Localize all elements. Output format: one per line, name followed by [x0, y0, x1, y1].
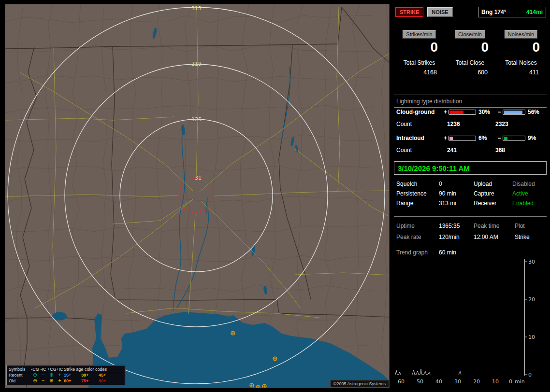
legend-col-pos-cg: +CG [47, 366, 56, 372]
legend-col-neg-cg: -CG [31, 366, 39, 372]
status-row: Squelch 0 Upload Disabled [396, 179, 546, 189]
datetime-display: 3/10/2026 9:50:11 AM [394, 161, 547, 175]
plot-value: Strike [515, 234, 546, 240]
persistence-label: Persistence [396, 190, 439, 197]
peak-time-label: Peak time [474, 223, 515, 229]
trend-x-tick-labels: 60 50 40 30 20 10 0 min [398, 378, 525, 385]
mode-bar: STRIKE NOISE Bng 174° 414mi [395, 7, 546, 17]
cg-negative-count: 2323 [495, 121, 546, 127]
ring-label: 313 [191, 5, 202, 12]
trend-window-value: 60 min [439, 249, 546, 256]
uptime-label: Uptime [396, 223, 439, 229]
rates-section: Strikes/min 0 Total Strikes 4168 Close/m… [394, 30, 547, 76]
cg-positive-fill [449, 111, 463, 114]
ic-count-row: Count 241 368 [396, 147, 546, 154]
total-close-value: 600 [445, 69, 495, 76]
ic-negative-count: 368 [495, 147, 546, 154]
cg-negative-bar [503, 110, 525, 115]
map-legend: Symbols -CG -IC +CG +IC Strike age color… [6, 365, 125, 385]
neg-ic-recent-icon: − [39, 373, 47, 378]
legend-old-row: Old ⊖ − ⊕ + 60+ 75+ 90+ [9, 378, 123, 384]
trend-waveform [395, 369, 461, 375]
strikes-per-min-value: 0 [394, 40, 445, 55]
noises-per-min-column: Noises/min 0 Total Noises 411 [495, 30, 547, 76]
ring-label: 125 [191, 116, 202, 123]
legend-recent-label: Recent [9, 372, 31, 378]
peak-rate-value: 120/min [439, 234, 474, 240]
cg-negative-pct: 56% [525, 109, 546, 115]
capture-label: Capture [474, 190, 512, 197]
strikes-per-min-column: Strikes/min 0 Total Strikes 4168 [394, 30, 445, 76]
copyright-notice: ©2005 Astrogenic Systems [330, 380, 389, 388]
legend-symbols-title: Symbols [9, 366, 31, 372]
cg-positive-bar [449, 110, 476, 115]
trend-y-tick-label: 30 [528, 259, 535, 265]
stats-row: Uptime 1365:35 Peak time Plot [396, 221, 546, 231]
noises-per-min-button[interactable]: Noises/min [505, 30, 537, 39]
legend-col-neg-ic: -IC [39, 366, 47, 372]
bearing-label: Bng 174° [481, 9, 506, 15]
neg-cg-recent-icon: ⊖ [31, 373, 39, 378]
status-row: Range 313 mi Receiver Enabled [396, 198, 546, 208]
bearing-distance: 414mi [526, 9, 543, 15]
ic-positive-count: 241 [447, 147, 495, 154]
upload-label: Upload [474, 181, 512, 187]
ic-positive-pct: 6% [476, 135, 496, 141]
count-label: Count [396, 121, 447, 127]
control-panel: STRIKE NOISE Bng 174° 414mi Strikes/min … [394, 4, 547, 389]
trend-x-tick-label: 20 [473, 378, 480, 385]
total-close-label: Total Close [445, 59, 495, 66]
trend-x-unit-label: min [515, 378, 525, 385]
age-code: 15+ [64, 372, 81, 378]
strikes-per-min-button[interactable]: Strikes/min [403, 30, 435, 39]
total-noises-value: 411 [495, 69, 547, 76]
strike-map[interactable]: 313 219 125 31 Symbols -CG -IC +CG +IC S… [5, 4, 390, 388]
trend-x-tick-label: 0 [509, 378, 512, 385]
age-code: 90+ [99, 378, 116, 384]
cg-count-row: Count 1236 2323 [396, 121, 546, 127]
trend-graph: 30 20 10 0 60 50 40 30 20 10 0 min [394, 256, 547, 389]
minus-sign: − [496, 135, 503, 141]
total-noises-label: Total Noises [495, 59, 547, 66]
legend-old-label: Old [9, 378, 31, 384]
stats-row: Peak rate 120/min 12:00 AM Strike [396, 232, 546, 242]
cloud-ground-row: Cloud-ground + 30% − 56% [396, 109, 546, 115]
close-per-min-button[interactable]: Close/min [455, 30, 485, 39]
separator [394, 95, 547, 95]
noise-mode-button[interactable]: NOISE [427, 7, 452, 17]
trend-x-tick-label: 30 [454, 378, 461, 385]
ic-positive-fill [449, 137, 453, 140]
strike-mode-button[interactable]: STRIKE [395, 7, 423, 17]
plus-sign: + [442, 109, 449, 115]
legend-header-row: Symbols -CG -IC +CG +IC Strike age color… [9, 366, 123, 372]
plot-label: Plot [515, 223, 546, 229]
capture-value: Active [512, 190, 546, 197]
pos-ic-old-icon: + [56, 378, 64, 383]
upload-value: Disabled [512, 181, 546, 187]
total-strikes-value: 4168 [394, 69, 445, 76]
neg-cg-old-icon: ⊖ [31, 378, 39, 383]
app-window: 313 219 125 31 Symbols -CG -IC +CG +IC S… [0, 0, 550, 392]
trend-x-tick-label: 50 [417, 378, 423, 385]
plus-sign: + [442, 135, 449, 141]
ring-label: 219 [191, 61, 202, 67]
receiver-label: Receiver [474, 200, 512, 207]
close-per-min-column: Close/min 0 Total Close 600 [445, 30, 495, 76]
trend-x-tick-label: 60 [398, 378, 405, 385]
neg-ic-old-icon: − [39, 378, 47, 383]
cloud-ground-label: Cloud-ground [396, 109, 442, 115]
squelch-value: 0 [439, 181, 474, 187]
intracloud-label: Intracloud [396, 135, 442, 141]
age-code: 60+ [64, 378, 81, 384]
noises-per-min-value: 0 [495, 40, 547, 55]
intracloud-row: Intracloud + 6% − 9% [396, 135, 546, 141]
trend-x-tick-label: 40 [435, 378, 442, 385]
total-strikes-label: Total Strikes [394, 59, 445, 66]
cg-negative-fill [504, 111, 522, 114]
cg-positive-pct: 30% [476, 109, 496, 115]
ring-label: 31 [195, 175, 202, 181]
legend-age-title: Strike age color codes [64, 366, 116, 372]
age-code: 45+ [99, 372, 116, 378]
distribution-title: Lightning type distribution [394, 97, 547, 108]
status-row: Persistence 90 min Capture Active [396, 189, 546, 198]
